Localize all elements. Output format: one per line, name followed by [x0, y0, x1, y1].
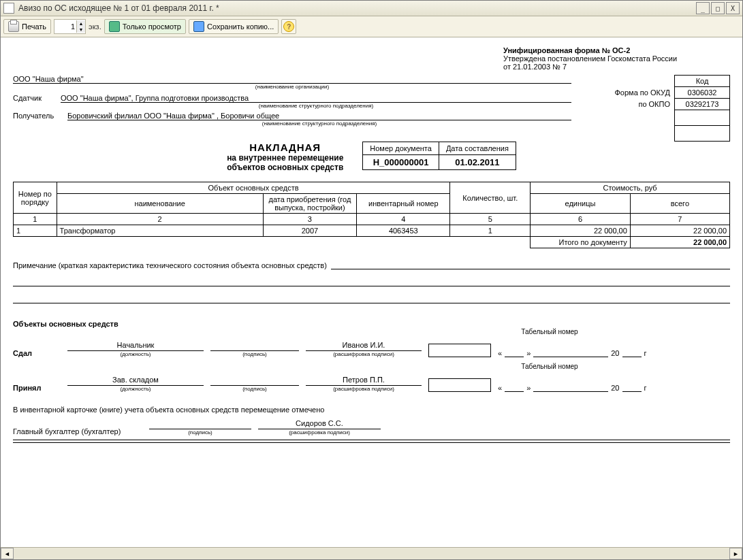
minimize-button[interactable]: _ [696, 2, 710, 14]
sender-row: Сдатчик ООО "Наша фирма", Группа подгото… [13, 94, 571, 109]
form-header: Унифицированная форма № ОС-2 Утверждена … [503, 46, 730, 71]
save-copy-button[interactable]: Сохранить копию... [189, 19, 279, 34]
col-name: наименование [57, 194, 263, 214]
spin-up[interactable]: ▲ [76, 20, 85, 27]
tabnum-cap-1: Табельный номер [519, 328, 580, 335]
table-row: 1 Трансформатор 2007 4063453 1 22 000,00… [14, 225, 730, 237]
chief-sign-note: (подпись) [149, 429, 251, 435]
took-sign [210, 376, 299, 386]
took-name-note: (расшифровка подписи) [306, 386, 422, 392]
copies-unit: экз. [89, 22, 101, 31]
hn3: 3 [263, 214, 356, 225]
note-line-2 [13, 276, 730, 286]
col-inv: инвентарный номер [357, 194, 450, 214]
org-name-note: (наименование организации) [13, 84, 571, 90]
col-total: всего [630, 194, 729, 214]
horizontal-scrollbar[interactable]: ◄ ► [1, 547, 742, 559]
doc-title2: на внутреннее перемещение [227, 153, 343, 163]
total-label: Итого по документу [531, 237, 631, 248]
sender-value: ООО "Наша фирма", Группа подготовки прои… [61, 94, 249, 102]
note-row: Примечание (краткая характеристика техни… [13, 259, 730, 269]
docnum-label: Номер документа [363, 142, 439, 155]
col-qty: Количество, шт. [450, 182, 531, 214]
org-name: ООО "Наша фирма" [13, 75, 84, 83]
r1-total: 22 000,00 [630, 225, 729, 237]
r1-name: Трансформатор [57, 225, 263, 237]
hn7: 7 [630, 214, 729, 225]
form-approved-date: от 21.01.2003 № 7 [503, 63, 567, 71]
gave-tabnum [428, 344, 491, 357]
scroll-track[interactable] [14, 548, 729, 559]
docnum-table: Номер документа Дата составления Н_00000… [362, 142, 516, 170]
receiver-note: (наименование структурного подразделения… [67, 120, 571, 127]
doc-title3: объектов основных средств [227, 163, 343, 172]
docdate-value: 01.02.2011 [439, 155, 516, 170]
save-label: Сохранить копию... [207, 22, 274, 31]
okpo-label: по ОКПО [611, 99, 675, 110]
copies-spinner[interactable]: ▲ ▼ [54, 19, 86, 34]
took-sign-note: (подпись) [210, 386, 299, 392]
tabnum-cap-2: Табельный номер [519, 363, 580, 370]
toolbar: Печать ▲ ▼ экз. Только просмотр Сохранит… [1, 16, 742, 37]
gave-label: Сдал [13, 349, 61, 357]
col-unit: единицы [531, 194, 631, 214]
okud-value: 0306032 [675, 87, 730, 99]
took-tabnum [428, 378, 491, 392]
sender-label: Сдатчик [13, 94, 61, 109]
window-title: Авизо по ОС исходящее № 1 от 01 февраля … [18, 3, 219, 13]
col-acq: дата приобретения (год выпуска, постройк… [263, 194, 356, 214]
gave-name: Иванов И.И. [306, 341, 422, 351]
maximize-button[interactable]: □ [711, 2, 725, 14]
code-empty-2 [675, 126, 730, 142]
scroll-left-button[interactable]: ◄ [1, 548, 14, 559]
close-button[interactable]: X [726, 2, 740, 14]
r1-qty: 1 [450, 225, 531, 237]
okud-label: Форма по ОКУД [611, 87, 675, 99]
note-line-1 [331, 259, 730, 269]
chief-name-note: (расшифровка подписи) [258, 429, 381, 435]
hn1: 1 [14, 214, 57, 225]
took-name: Петров П.П. [306, 376, 422, 386]
took-date: « » 20 г [498, 382, 647, 392]
assets-header: Объекты основных средств [13, 320, 730, 328]
items-table: Номер по порядку Объект основных средств… [13, 182, 730, 248]
signatures: Объекты основных средств Табельный номер… [13, 320, 730, 443]
r1-year: 2007 [263, 225, 356, 237]
gave-pos-note: (должность) [67, 351, 204, 357]
took-pos: Зав. складом [67, 376, 204, 386]
preview-icon [109, 21, 120, 32]
hn5: 5 [450, 214, 531, 225]
org-name-row: ООО "Наша фирма" (наименование организац… [13, 75, 571, 90]
document-area[interactable]: Унифицированная форма № ОС-2 Утверждена … [1, 37, 742, 547]
receiver-label: Получатель [13, 112, 67, 127]
total-sum: 22 000,00 [630, 237, 729, 248]
hn6: 6 [531, 214, 631, 225]
print-label: Печать [22, 22, 46, 31]
col-num: Номер по порядку [14, 182, 57, 214]
preview-label: Только просмотр [123, 22, 181, 31]
copies-input[interactable] [54, 20, 76, 33]
r1-unit: 22 000,00 [531, 225, 631, 237]
scroll-right-button[interactable]: ► [729, 548, 742, 559]
print-button[interactable]: Печать [3, 19, 51, 34]
preview-button[interactable]: Только просмотр [104, 19, 186, 34]
gave-name-note: (расшифровка подписи) [306, 351, 422, 357]
gave-pos: Начальник [67, 341, 204, 351]
page-end-separator [13, 440, 730, 443]
r1-n: 1 [14, 225, 57, 237]
sender-note: (наименование структурного подразделения… [61, 103, 571, 109]
document-icon [3, 3, 14, 14]
receiver-row: Получатель Боровичский филиал ООО "Наша … [13, 112, 571, 127]
gave-sign-note: (подпись) [210, 351, 299, 357]
receiver-value: Боровичский филиал ООО "Наша фирма" , Бо… [67, 112, 279, 120]
hn4: 4 [357, 214, 450, 225]
doc-title1: НАКЛАДНАЯ [227, 142, 343, 153]
gave-row: Сдал Начальник (должность) (подпись) Ива… [13, 341, 730, 357]
docnum-value: Н_000000001 [363, 155, 439, 170]
print-icon [8, 21, 19, 32]
help-button[interactable]: ? [281, 19, 296, 34]
title-block: НАКЛАДНАЯ на внутреннее перемещение объе… [13, 142, 730, 172]
note-label: Примечание (краткая характеристика техни… [13, 261, 327, 269]
spin-down[interactable]: ▼ [76, 27, 85, 33]
chief-name: Сидоров С.С. [258, 419, 381, 429]
